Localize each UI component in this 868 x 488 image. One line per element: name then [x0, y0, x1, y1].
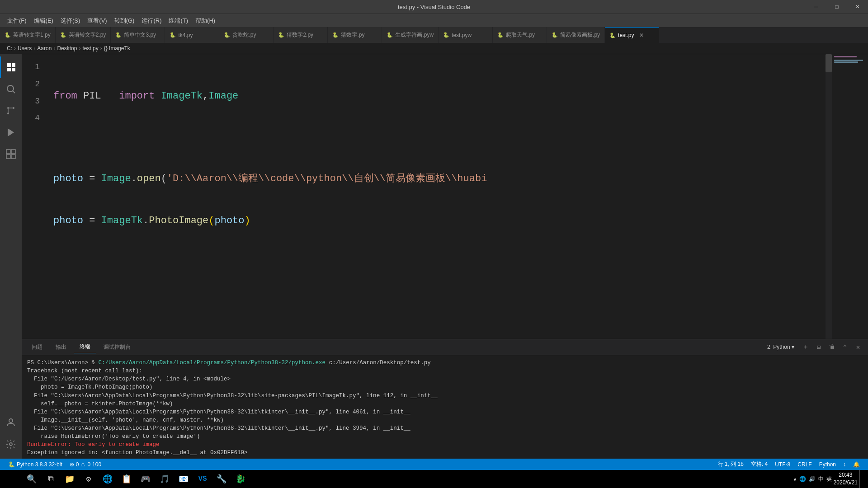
scrollbar-right[interactable] — [826, 54, 832, 339]
tab-tk4[interactable]: 🐍 tk4.py — [165, 27, 219, 43]
status-errors[interactable]: ⊗ 0 ⚠ 0 100 — [66, 459, 105, 470]
taskbar-taskview[interactable]: ⧉ — [42, 470, 60, 488]
term-line-11: RuntimeError: Too early to create image — [27, 441, 863, 449]
tab-guess2[interactable]: 🐍 猜数字2.py — [274, 27, 328, 43]
code-editor[interactable]: 1 2 3 4 from PIL import ImageTk,Image ph… — [22, 54, 868, 339]
breadcrumb-desktop[interactable]: Desktop — [57, 45, 77, 52]
terminal-tab-bar: 问题 输出 终端 调试控制台 2: Python ▾ ＋ ⊟ 🗑 ⌃ ✕ — [22, 339, 868, 355]
term-tab-debug[interactable]: 调试控制台 — [98, 341, 136, 353]
tab-testpy-active[interactable]: 🐍 test.py ✕ — [605, 27, 659, 43]
tab-testpyw[interactable]: 🐍 test.pyw — [439, 27, 493, 43]
scrollbar-thumb[interactable] — [826, 54, 832, 72]
term-split-button[interactable]: ⊟ — [813, 342, 824, 352]
taskbar-game[interactable]: 🎮 — [137, 470, 155, 488]
tab-file-icon: 🐍 — [497, 32, 504, 38]
status-encoding[interactable]: UTF-8 — [771, 461, 794, 468]
minimize-button[interactable]: ─ — [806, 0, 826, 14]
tab-yyzwz1[interactable]: 🐍 英语转文字1.py — [0, 27, 56, 43]
tab-pixelboard[interactable]: 🐍 简易像素画板.py — [547, 27, 605, 43]
tab-jdzw3[interactable]: 🐍 简单中文3.py — [111, 27, 165, 43]
taskbar-settings[interactable]: ⚙ — [80, 470, 98, 488]
taskbar-show-desktop[interactable] — [859, 470, 862, 488]
taskbar-chevron[interactable]: ∧ — [793, 477, 797, 482]
breadcrumb-users[interactable]: Users — [18, 45, 32, 52]
taskbar-clock[interactable]: 20:43 2020/6/21 — [834, 471, 858, 487]
taskbar: ⊞ 🔍 ⧉ 📁 ⚙ 🌐 📋 🎮 🎵 📧 VS 🔧 🐉 ∧ 🌐 🔊 中 英 20:… — [0, 470, 868, 488]
tab-file-icon: 🐍 — [224, 32, 230, 38]
status-python-label: Python 3.8.3 32-bit — [17, 461, 62, 468]
tab-snake[interactable]: 🐍 贪吃蛇.py — [219, 27, 274, 43]
menu-view[interactable]: 查看(V) — [84, 15, 110, 27]
status-line-ending[interactable]: CRLF — [794, 461, 815, 468]
activity-account[interactable] — [0, 412, 22, 433]
activity-git[interactable] — [0, 100, 22, 122]
activity-search[interactable] — [0, 78, 22, 100]
term-add-button[interactable]: ＋ — [800, 342, 811, 352]
activity-settings[interactable] — [0, 433, 22, 455]
tab-label: 英语转文字2.py — [69, 31, 106, 39]
maximize-button[interactable]: □ — [826, 0, 847, 14]
status-language[interactable]: Python — [816, 461, 840, 468]
terminal-content[interactable]: PS C:\Users\Aaron> & C:/Users/Aaron/AppD… — [22, 355, 868, 459]
tab-label: 简单中文3.py — [124, 31, 156, 39]
term-line-7: File "C:\Users\Aaron\AppData\Local\Progr… — [27, 408, 863, 416]
line-number-2: 2 — [22, 76, 40, 93]
term-close-button[interactable]: ✕ — [853, 342, 863, 352]
status-position[interactable]: 行 1, 列 18 — [714, 460, 747, 468]
breadcrumb-imagetk[interactable]: {} ImageTk — [104, 45, 130, 52]
status-spaces[interactable]: 空格: 4 — [747, 460, 771, 468]
breadcrumb-testpy[interactable]: test.py — [82, 45, 98, 52]
tab-weather[interactable]: 🐍 爬取天气.py — [493, 27, 547, 43]
status-notifications[interactable]: 🔔 — [849, 461, 863, 468]
activity-extensions[interactable] — [0, 143, 22, 165]
tab-label: test.pyw — [452, 32, 472, 38]
taskbar-ime[interactable]: 中 — [818, 475, 824, 483]
term-line-2: Traceback (most recent call last): — [27, 367, 863, 375]
breadcrumb: C: › Users › Aaron › Desktop › test.py ›… — [0, 43, 868, 54]
taskbar-notes[interactable]: 📋 — [118, 470, 136, 488]
terminal-shell-selector[interactable]: 2: Python ▾ — [767, 344, 794, 350]
tab-label: 爬取天气.py — [506, 31, 535, 39]
menu-file[interactable]: 文件(F) — [4, 15, 30, 27]
menu-terminal[interactable]: 终端(T) — [165, 15, 192, 27]
menu-help[interactable]: 帮助(H) — [192, 15, 219, 27]
tab-close-button[interactable]: ✕ — [638, 32, 645, 39]
code-line-1: from PIL import ImageTk,Image — [53, 86, 826, 101]
term-tab-output[interactable]: 输出 — [50, 341, 72, 353]
breadcrumb-c[interactable]: C: — [7, 45, 12, 52]
menu-run[interactable]: 运行(R) — [138, 15, 165, 27]
taskbar-ime2[interactable]: 英 — [826, 475, 832, 483]
taskbar-music[interactable]: 🎵 — [156, 470, 174, 488]
term-expand-button[interactable]: ⌃ — [840, 342, 850, 352]
taskbar-browser[interactable]: 🌐 — [99, 470, 117, 488]
menu-edit[interactable]: 编辑(E) — [30, 15, 57, 27]
term-tab-terminal[interactable]: 终端 — [74, 341, 96, 353]
code-content[interactable]: from PIL import ImageTk,Image photo = Im… — [47, 54, 826, 339]
term-tab-problems[interactable]: 问题 — [26, 341, 48, 353]
taskbar-time: 20:43 — [834, 471, 858, 479]
taskbar-extra2[interactable]: 🐉 — [231, 470, 250, 488]
taskbar-fileexplorer[interactable]: 📁 — [61, 470, 79, 488]
activity-explorer[interactable] — [0, 56, 22, 78]
menu-select[interactable]: 选择(S) — [57, 15, 84, 27]
breadcrumb-aaron[interactable]: Aaron — [37, 45, 52, 52]
svg-rect-1 — [12, 63, 15, 67]
activity-debug[interactable] — [0, 122, 22, 143]
taskbar-extra1[interactable]: 🔧 — [212, 470, 231, 488]
tab-yyzwz2[interactable]: 🐍 英语转文字2.py — [56, 27, 111, 43]
term-trash-button[interactable]: 🗑 — [826, 342, 837, 352]
menu-goto[interactable]: 转到(G) — [111, 15, 138, 27]
status-python-version[interactable]: 🐍 Python 3.8.3 32-bit — [5, 459, 66, 470]
tab-guess[interactable]: 🐍 猜数字.py — [328, 27, 382, 43]
taskbar-volume[interactable]: 🔊 — [809, 476, 816, 482]
taskbar-start-button[interactable]: ⊞ — [2, 470, 20, 488]
window-controls: ─ □ ✕ — [806, 0, 868, 14]
editor-area[interactable]: 1 2 3 4 from PIL import ImageTk,Image ph… — [22, 54, 868, 459]
taskbar-vscode[interactable]: VS — [193, 470, 212, 488]
tab-genart[interactable]: 🐍 生成字符画.pyw — [382, 27, 439, 43]
taskbar-network[interactable]: 🌐 — [799, 476, 806, 482]
close-button[interactable]: ✕ — [847, 0, 868, 14]
taskbar-mail[interactable]: 📧 — [175, 470, 193, 488]
status-feedback[interactable]: ↕ — [840, 461, 849, 468]
taskbar-search[interactable]: 🔍 — [23, 470, 41, 488]
